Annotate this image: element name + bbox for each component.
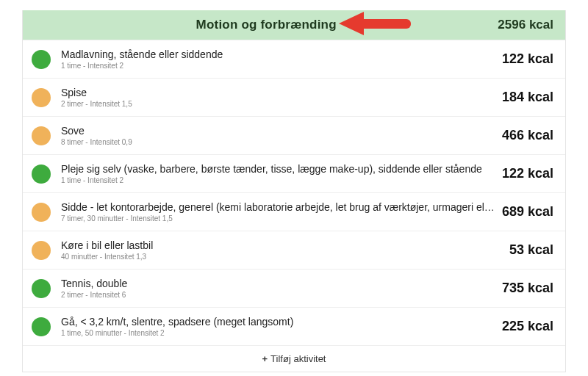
activity-kcal: 466 kcal (502, 128, 553, 143)
activity-text: Køre i bil eller lastbil40 minutter - In… (61, 239, 509, 261)
activity-title: Køre i bil eller lastbil (61, 239, 502, 251)
activity-text: Sove8 timer - Intensitet 0,9 (61, 125, 502, 146)
activity-row[interactable]: Gå, < 3,2 km/t, slentre, spadsere (meget… (23, 307, 565, 345)
intensity-dot-icon (32, 88, 51, 107)
activity-subtitle: 8 timer - Intensitet 0,9 (61, 138, 495, 146)
activity-list: Madlavning, stående eller siddende1 time… (23, 40, 565, 345)
activity-text: Madlavning, stående eller siddende1 time… (61, 48, 502, 70)
activity-subtitle: 1 time - Intensitet 2 (61, 176, 495, 184)
intensity-dot-icon (32, 50, 51, 69)
activity-kcal: 735 kcal (502, 281, 553, 296)
activity-panel: Motion og forbrænding 2596 kcal Madlavni… (22, 10, 566, 372)
add-activity-label: Tilføj aktivitet (270, 353, 326, 364)
panel-title: Motion og forbrænding (35, 18, 498, 32)
activity-text: Sidde - let kontorarbejde, generel (kemi… (61, 201, 502, 223)
activity-title: Tennis, double (61, 278, 495, 289)
activity-title: Gå, < 3,2 km/t, slentre, spadsere (meget… (61, 316, 495, 328)
activity-kcal: 225 kcal (502, 319, 553, 334)
intensity-dot-icon (32, 164, 51, 184)
activity-title: Sove (61, 125, 495, 137)
activity-row[interactable]: Spise2 timer - Intensitet 1,5184 kcal (23, 78, 565, 116)
intensity-dot-icon (32, 317, 51, 336)
activity-subtitle: 7 timer, 30 minutter - Intensitet 1,5 (61, 214, 495, 223)
activity-text: Tennis, double2 timer - Intensitet 6 (61, 278, 502, 299)
activity-subtitle: 2 timer - Intensitet 1,5 (61, 100, 495, 108)
activity-subtitle: 40 minutter - Intensitet 1,3 (61, 253, 502, 261)
activity-title: Sidde - let kontorarbejde, generel (kemi… (61, 201, 495, 213)
activity-text: Spise2 timer - Intensitet 1,5 (61, 87, 502, 108)
activity-row[interactable]: Køre i bil eller lastbil40 minutter - In… (23, 231, 565, 269)
activity-kcal: 122 kcal (502, 51, 553, 67)
panel-total-kcal: 2596 kcal (498, 18, 553, 32)
intensity-dot-icon (32, 279, 51, 298)
activity-kcal: 53 kcal (509, 242, 553, 258)
activity-text: Gå, < 3,2 km/t, slentre, spadsere (meget… (61, 316, 502, 337)
activity-row[interactable]: Sidde - let kontorarbejde, generel (kemi… (23, 192, 565, 231)
activity-row[interactable]: Sove8 timer - Intensitet 0,9466 kcal (23, 116, 565, 154)
activity-kcal: 122 kcal (502, 166, 553, 181)
activity-row[interactable]: Tennis, double2 timer - Intensitet 6735 … (23, 269, 565, 307)
activity-row[interactable]: Madlavning, stående eller siddende1 time… (23, 40, 565, 78)
activity-title: Madlavning, stående eller siddende (61, 48, 495, 60)
activity-subtitle: 2 timer - Intensitet 6 (61, 291, 495, 299)
activity-title: Pleje sig selv (vaske, barbere, børste t… (61, 163, 495, 175)
intensity-dot-icon (32, 203, 51, 222)
plus-icon: + (262, 353, 268, 364)
panel-header: Motion og forbrænding 2596 kcal (23, 10, 565, 40)
intensity-dot-icon (32, 126, 51, 145)
activity-row[interactable]: Pleje sig selv (vaske, barbere, børste t… (23, 154, 565, 192)
activity-kcal: 689 kcal (502, 204, 553, 220)
activity-title: Spise (61, 87, 495, 98)
intensity-dot-icon (32, 241, 51, 260)
add-activity-button[interactable]: + Tilføj aktivitet (23, 345, 565, 372)
activity-subtitle: 1 time, 50 minutter - Intensitet 2 (61, 329, 495, 337)
activity-kcal: 184 kcal (502, 90, 553, 105)
activity-text: Pleje sig selv (vaske, barbere, børste t… (61, 163, 502, 184)
activity-subtitle: 1 time - Intensitet 2 (61, 62, 495, 70)
